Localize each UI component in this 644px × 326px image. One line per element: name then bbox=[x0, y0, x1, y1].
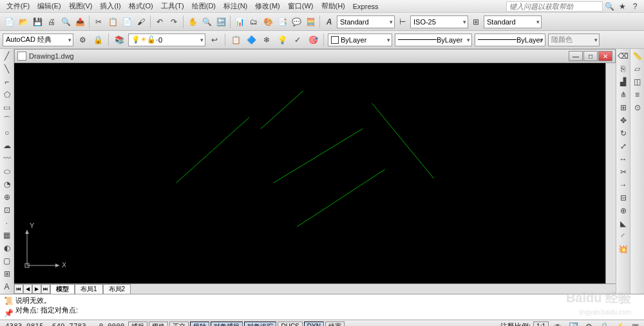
region-icon[interactable]: ▢ bbox=[1, 255, 13, 267]
cut-icon[interactable]: ✂ bbox=[92, 15, 105, 28]
menu-express[interactable]: Express bbox=[349, 1, 383, 12]
minimize-button[interactable]: — bbox=[569, 51, 583, 61]
arc-icon[interactable]: ⌒ bbox=[1, 114, 13, 126]
workspace-dropdown[interactable]: AutoCAD 经典 bbox=[3, 34, 73, 46]
layer-iso-icon[interactable]: 🔷 bbox=[245, 34, 258, 46]
layer-states-icon[interactable]: 📋 bbox=[229, 34, 242, 46]
coordinates-readout[interactable]: 4383.9815, 649.7783 , 0.0000 bbox=[3, 322, 127, 326]
erase-icon[interactable]: ⌫ bbox=[618, 50, 629, 62]
tab-model[interactable]: 模型 bbox=[50, 284, 75, 294]
hardware-accel-icon[interactable]: ⚡ bbox=[613, 320, 626, 327]
circle-icon[interactable]: ○ bbox=[1, 127, 13, 139]
tablestyle-icon[interactable]: ⊞ bbox=[469, 15, 482, 28]
lineweight-dropdown[interactable]: ByLayer bbox=[475, 34, 545, 46]
mirror-icon[interactable]: ▟ bbox=[618, 76, 629, 88]
copy-icon[interactable]: 📋 bbox=[106, 15, 119, 28]
otrack-toggle[interactable]: 对象追踪 bbox=[244, 321, 276, 327]
textstyle-icon[interactable]: A bbox=[323, 15, 336, 28]
stretch-icon[interactable]: ↔ bbox=[618, 153, 629, 165]
rectangle-icon[interactable]: ▭ bbox=[1, 102, 13, 113]
anno-visibility-icon[interactable]: 👁 bbox=[551, 320, 564, 327]
layer-dropdown[interactable]: 💡 ☀ 🔓 ▫ 0 bbox=[128, 34, 205, 46]
fillet-icon[interactable]: ◜ bbox=[618, 231, 629, 242]
help-icon[interactable]: ? bbox=[629, 0, 641, 13]
menu-dimension[interactable]: 标注(N) bbox=[220, 0, 251, 12]
cmdline-pin-icon[interactable]: 📌 bbox=[3, 308, 14, 319]
tab-layout1[interactable]: 布局1 bbox=[75, 284, 103, 294]
menu-edit[interactable]: 编辑(E) bbox=[33, 0, 65, 12]
dim-style-dropdown[interactable]: ISO-25 bbox=[410, 15, 468, 28]
scale-icon[interactable]: ⤢ bbox=[618, 140, 629, 152]
layer-match-icon[interactable]: 🎯 bbox=[307, 34, 319, 46]
menu-help[interactable]: 帮助(H) bbox=[317, 0, 349, 12]
linetype-dropdown[interactable]: ByLayer bbox=[395, 34, 472, 46]
ellipse-arc-icon[interactable]: ◔ bbox=[1, 178, 13, 190]
text-style-dropdown[interactable]: Standard bbox=[337, 15, 395, 28]
insert-icon[interactable]: ⊕ bbox=[1, 191, 13, 203]
hatch-icon[interactable]: ▦ bbox=[1, 229, 13, 241]
new-icon[interactable]: 📄 bbox=[3, 15, 15, 28]
publish-icon[interactable]: 📤 bbox=[73, 15, 86, 28]
line-icon[interactable]: ╱ bbox=[1, 50, 13, 62]
maximize-button[interactable]: □ bbox=[583, 51, 598, 61]
ducs-toggle[interactable]: DUCS bbox=[278, 321, 302, 327]
menu-insert[interactable]: 插入(I) bbox=[96, 0, 124, 12]
search-icon[interactable]: 🔍 bbox=[603, 0, 616, 13]
id-icon[interactable]: ⊙ bbox=[632, 102, 643, 113]
ellipse-icon[interactable]: ⬭ bbox=[1, 166, 13, 177]
tab-next-button[interactable]: ▶ bbox=[32, 284, 41, 294]
explode-icon[interactable]: 💥 bbox=[618, 244, 629, 255]
extend-icon[interactable]: → bbox=[618, 179, 629, 191]
lock-ui-icon[interactable]: 🔒 bbox=[598, 320, 611, 327]
copy-obj-icon[interactable]: ⎘ bbox=[618, 63, 629, 75]
mtext-icon[interactable]: A bbox=[1, 281, 13, 292]
point-icon[interactable]: · bbox=[1, 217, 13, 229]
revcloud-icon[interactable]: ☁ bbox=[1, 140, 13, 151]
menu-draw[interactable]: 绘图(D) bbox=[188, 0, 220, 12]
layer-freeze-icon[interactable]: ❄ bbox=[260, 34, 273, 46]
layer-prev-icon[interactable]: ↩ bbox=[208, 34, 221, 46]
document-titlebar[interactable]: Drawing1.dwg — □ ✕ bbox=[14, 49, 616, 63]
vertical-scrollbar[interactable] bbox=[605, 63, 616, 283]
match-icon[interactable]: 🖌 bbox=[135, 15, 147, 28]
rotate-icon[interactable]: ↻ bbox=[618, 128, 629, 139]
print-icon[interactable]: 🖨 bbox=[45, 15, 58, 28]
ortho-toggle[interactable]: 正交 bbox=[169, 321, 189, 327]
pan-icon[interactable]: ✋ bbox=[186, 15, 199, 28]
tab-last-button[interactable]: ⏭ bbox=[41, 284, 50, 294]
properties-icon[interactable]: 📊 bbox=[233, 15, 246, 28]
open-icon[interactable]: 📂 bbox=[17, 15, 30, 28]
color-dropdown[interactable]: ByLayer bbox=[328, 34, 392, 46]
menu-tools[interactable]: 工具(T) bbox=[157, 0, 188, 12]
close-button[interactable]: ✕ bbox=[598, 51, 612, 61]
design-center-icon[interactable]: 🗂 bbox=[247, 15, 260, 28]
table-style-dropdown[interactable]: Standard bbox=[484, 15, 542, 28]
move-icon[interactable]: ✥ bbox=[618, 115, 629, 126]
workspace-settings-icon[interactable]: ⚙ bbox=[76, 34, 89, 46]
save-icon[interactable]: 💾 bbox=[31, 15, 44, 28]
layer-make-icon[interactable]: ✓ bbox=[291, 34, 304, 46]
dist-icon[interactable]: 📏 bbox=[632, 50, 643, 62]
tab-first-button[interactable]: ⏮ bbox=[14, 284, 23, 294]
table-icon[interactable]: ⊞ bbox=[1, 268, 13, 280]
workspace-lock-icon[interactable]: 🔒 bbox=[91, 34, 104, 46]
command-line[interactable]: 📜 📌 说明无效。 对角点: 指定对角点: bbox=[0, 294, 644, 320]
break-icon[interactable]: ⊟ bbox=[618, 192, 629, 204]
area-icon[interactable]: ▱ bbox=[632, 63, 643, 75]
offset-icon[interactable]: ⋔ bbox=[618, 89, 629, 101]
xline-icon[interactable]: ╲ bbox=[1, 63, 13, 75]
region2-icon[interactable]: ◫ bbox=[632, 76, 643, 88]
undo-icon[interactable]: ↶ bbox=[153, 15, 166, 28]
anno-auto-icon[interactable]: 🔄 bbox=[567, 320, 580, 327]
lwt-toggle[interactable]: 线宽 bbox=[325, 321, 345, 327]
zoom-prev-icon[interactable]: 🔙 bbox=[214, 15, 227, 28]
list-icon[interactable]: ≡ bbox=[632, 89, 643, 101]
markup-icon[interactable]: 💬 bbox=[290, 15, 303, 28]
layer-off-icon[interactable]: 💡 bbox=[276, 34, 289, 46]
model-space-canvas[interactable]: X Y bbox=[14, 63, 605, 283]
anno-scale-value[interactable]: 1:1 bbox=[533, 321, 549, 327]
preview-icon[interactable]: 🔍 bbox=[59, 15, 72, 28]
clean-screen-icon[interactable]: ▣ bbox=[629, 320, 641, 327]
tab-prev-button[interactable]: ◀ bbox=[23, 284, 32, 294]
block-icon[interactable]: ⊡ bbox=[1, 204, 13, 216]
